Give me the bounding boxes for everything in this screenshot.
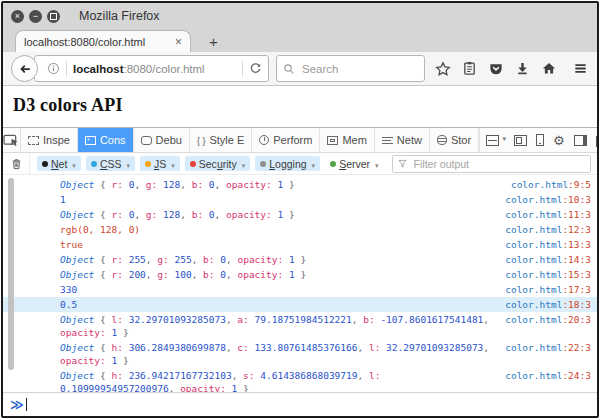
devtools-tab-memory[interactable]: Mem [320,128,374,152]
token-prop: g: [157,254,168,265]
message-body[interactable]: Object { l: 32.29701093285073, a: 79.187… [60,313,497,339]
token-delim: , [357,370,368,381]
source-link[interactable]: color.html:13:3 [505,238,591,251]
toolbar-icons [435,61,589,77]
token-prop: opacity: [60,355,106,366]
filter-dot [91,161,97,167]
reload-icon[interactable] [249,62,262,75]
window-title: Mozilla Firefox [79,9,160,23]
back-button[interactable] [11,55,38,82]
split-console-icon[interactable] [486,135,499,146]
source-link[interactable]: color.html:20:3 [505,313,591,326]
token-prop: g: [146,209,157,220]
devtools-toolbar-icons [479,128,599,152]
bookmarks-clipboard-icon[interactable] [462,61,477,76]
source-link[interactable]: color.html:24:3 [505,369,591,382]
tab-close-icon[interactable] [175,35,182,49]
devtools-tab-performance[interactable]: Perform [252,128,320,152]
network-icon [382,137,393,144]
close-button[interactable] [11,10,24,23]
source-position: :13:3 [562,239,591,250]
clear-console-button[interactable] [3,153,30,174]
pick-element-icon [3,134,20,147]
token-prop: l: [112,314,123,325]
pick-element-button[interactable] [3,128,21,152]
source-link[interactable]: color.html:22:3 [505,341,591,354]
token-delim: , [180,209,191,220]
devtools-tab-debugger[interactable]: Debu [134,128,190,152]
source-link[interactable]: color.html:17:3 [505,283,591,296]
token-delim: { [94,179,111,190]
message-body[interactable]: Object { r: 0, g: 128, b: 0, opacity: 1 … [60,208,497,221]
token-delim: , [146,269,157,280]
dock-side-icon[interactable] [574,135,587,146]
filter-output-input[interactable] [412,157,586,171]
url-bar[interactable]: localhost:8080/color.html [34,55,269,82]
menu-hamburger-icon[interactable] [572,61,589,76]
filter-server[interactable]: Server [325,156,383,171]
home-icon[interactable] [541,61,557,76]
filter-js[interactable]: JS [140,156,180,171]
minimize-button[interactable] [29,10,42,23]
browser-tab[interactable]: localhost:8080/color.html [15,30,191,52]
info-icon[interactable] [47,62,60,75]
message-body[interactable]: Object { r: 0, g: 128, b: 0, opacity: 1 … [60,178,503,191]
token-num: 0.5 [60,299,77,310]
devtools-tab-inspector[interactable]: Inspe [21,128,78,152]
separate-window-icon[interactable] [596,136,599,147]
filter-security[interactable]: Security [185,156,250,171]
token-prop: b: [192,179,203,190]
filter-css[interactable]: CSS [86,156,135,171]
token-num: 255 [123,254,146,265]
token-num: 255 [169,254,192,265]
token-obj: Object [60,209,94,220]
source-link[interactable]: color.html:14:3 [505,253,591,266]
text-caret [26,398,27,411]
message-body[interactable]: Object { r: 255, g: 255, b: 0, opacity: … [60,253,497,266]
new-tab-button[interactable]: + [203,32,224,52]
source-link[interactable]: color.html:12:3 [505,223,591,236]
trash-icon [10,157,23,171]
console-input-row[interactable]: ≫ [3,392,597,416]
pocket-icon[interactable] [488,61,504,76]
token-delim: { [94,314,111,325]
devtools-tab-console[interactable]: Cons [78,128,134,152]
settings-icon[interactable] [553,135,565,146]
maximize-button[interactable] [47,10,60,23]
filter-logging[interactable]: Logging [255,156,320,171]
back-arrow-icon [18,62,32,76]
filter-output-box[interactable] [392,155,591,173]
source-link[interactable]: color.html:15:3 [505,268,591,281]
download-icon[interactable] [515,61,530,76]
browser-window: Mozilla Firefox localhost:8080/color.htm… [1,1,599,418]
token-num: 330 [60,284,77,295]
devtools-tab-network[interactable]: Netw [375,128,430,152]
source-link[interactable]: color.html:11:3 [505,208,591,221]
token-num: 1 [283,269,294,280]
message-body[interactable]: Object { h: 306.2849380699878, c: 133.80… [60,341,497,367]
devtools-tab-style-editor[interactable]: Style E [190,128,252,152]
filter-net[interactable]: Net [37,156,81,171]
bookmark-star-icon[interactable] [435,61,451,77]
console-scrollbar[interactable] [8,178,14,370]
responsive-design-icon[interactable] [514,135,527,146]
source-link[interactable]: color.html:10:3 [505,193,591,206]
message-body[interactable]: Object { r: 200, g: 100, b: 0, opacity: … [60,268,497,281]
console-output: Object { r: 0, g: 128, b: 0, opacity: 1 … [3,175,597,392]
search-icon [283,63,295,75]
token-prop: h: [112,370,123,381]
token-obj: Object [60,179,94,190]
source-link[interactable]: color.html:9:5 [511,178,591,191]
filter-dot [42,161,48,167]
search-input[interactable] [300,62,418,76]
console-message: 330color.html:17:3 [3,282,597,297]
devtools-tab-storage[interactable]: Stor [430,128,479,152]
token-delim: } [283,179,294,190]
message-body[interactable]: Object { h: 236.94217167732103, s: 4.614… [60,369,497,392]
token-obj: Object [60,269,94,280]
storage-icon [437,135,447,145]
source-link[interactable]: color.html:18:3 [505,298,591,311]
page-content: D3 colors API [3,86,597,127]
device-icon[interactable] [536,134,544,146]
search-box[interactable] [276,55,425,82]
